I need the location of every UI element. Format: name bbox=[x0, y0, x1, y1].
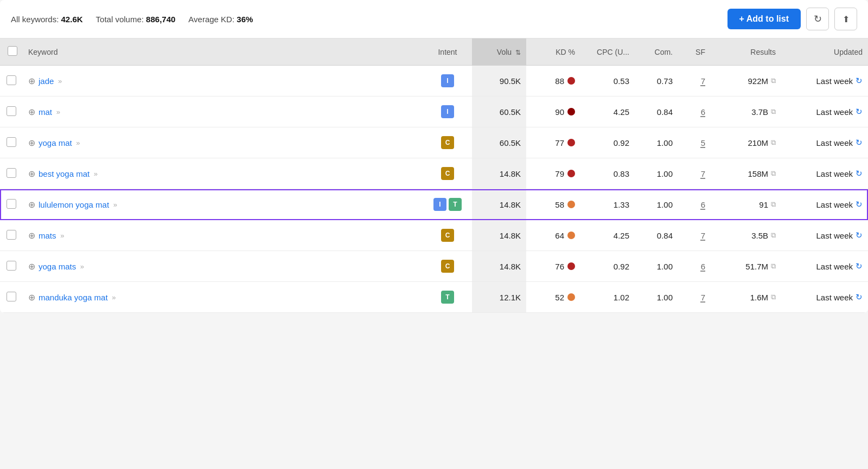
keyword-chevron-icon: » bbox=[74, 139, 80, 147]
row-checkbox[interactable] bbox=[7, 292, 16, 301]
row-refresh-icon[interactable]: ↻ bbox=[856, 292, 863, 302]
results-search-icon[interactable]: ⧉ bbox=[771, 169, 776, 178]
kd-value: 64 bbox=[555, 231, 564, 240]
volume-cell: 14.8K bbox=[472, 189, 526, 220]
sf-value[interactable]: 7 bbox=[701, 169, 705, 178]
results-cell: 3.7B⧉ bbox=[711, 97, 781, 127]
keyword-chevron-icon: » bbox=[110, 293, 116, 301]
row-checkbox-cell bbox=[0, 282, 23, 313]
kd-cell: 52 bbox=[526, 282, 580, 313]
results-search-icon[interactable]: ⧉ bbox=[771, 262, 776, 271]
results-value: 91 bbox=[759, 200, 768, 209]
table-row: ⊕yoga mats »C14.8K760.921.00651.7M⧉Last … bbox=[0, 251, 868, 282]
updated-cell: Last week↻ bbox=[781, 158, 868, 189]
com-cell: 1.00 bbox=[635, 189, 678, 220]
sf-value[interactable]: 5 bbox=[701, 138, 705, 147]
row-checkbox[interactable] bbox=[7, 199, 16, 209]
add-to-list-button[interactable]: + Add to list bbox=[727, 9, 801, 29]
kd-dot-icon bbox=[567, 108, 575, 115]
table-body: ⊕jade »I90.5K880.530.737922M⧉Last week↻⊕… bbox=[0, 66, 868, 313]
keyword-cell: ⊕manduka yoga mat » bbox=[23, 282, 423, 313]
volume-cell: 14.8K bbox=[472, 251, 526, 282]
main-container: All keywords: 42.6K Total volume: 886,74… bbox=[0, 0, 868, 313]
keyword-chevron-icon: » bbox=[59, 232, 65, 240]
keyword-link[interactable]: ⊕yoga mats » bbox=[28, 261, 418, 272]
results-cell: 1.6M⧉ bbox=[711, 282, 781, 313]
add-keyword-icon: ⊕ bbox=[28, 292, 35, 303]
results-search-icon[interactable]: ⧉ bbox=[771, 231, 776, 240]
intent-cell: C bbox=[423, 127, 472, 158]
kd-cell: 90 bbox=[526, 97, 580, 127]
updated-value: Last week bbox=[816, 169, 853, 178]
header-sf: SF bbox=[678, 38, 711, 66]
row-checkbox-cell bbox=[0, 127, 23, 158]
results-cell: 3.5B⧉ bbox=[711, 220, 781, 251]
intent-cell: I bbox=[423, 97, 472, 127]
row-checkbox[interactable] bbox=[7, 230, 16, 240]
results-search-icon[interactable]: ⧉ bbox=[771, 107, 776, 116]
volume-filter-icon[interactable]: ⇅ bbox=[515, 49, 521, 56]
keyword-chevron-icon: » bbox=[92, 170, 98, 178]
header-kd: KD % bbox=[526, 38, 580, 66]
row-refresh-icon[interactable]: ↻ bbox=[856, 76, 863, 86]
row-refresh-icon[interactable]: ↻ bbox=[856, 169, 863, 178]
updated-value: Last week bbox=[816, 293, 853, 302]
export-button[interactable]: ⬆ bbox=[834, 8, 857, 30]
table-row: ⊕mat »I60.5K904.250.8463.7B⧉Last week↻ bbox=[0, 97, 868, 127]
keyword-link[interactable]: ⊕mat » bbox=[28, 107, 418, 117]
kd-dot-icon bbox=[567, 262, 575, 270]
row-refresh-icon[interactable]: ↻ bbox=[856, 107, 863, 117]
header-actions: + Add to list ↻ ⬆ bbox=[727, 8, 857, 30]
total-volume-value: 886,740 bbox=[146, 15, 175, 24]
export-icon: ⬆ bbox=[843, 14, 850, 24]
kd-value: 76 bbox=[555, 262, 564, 271]
row-refresh-icon[interactable]: ↻ bbox=[856, 200, 863, 209]
add-keyword-icon: ⊕ bbox=[28, 261, 35, 272]
results-search-icon[interactable]: ⧉ bbox=[771, 76, 776, 85]
kd-value: 77 bbox=[555, 138, 564, 147]
sf-value[interactable]: 7 bbox=[701, 293, 705, 302]
select-all-checkbox[interactable] bbox=[8, 46, 17, 56]
updated-value: Last week bbox=[816, 138, 853, 147]
row-refresh-icon[interactable]: ↻ bbox=[856, 230, 863, 240]
results-search-icon[interactable]: ⧉ bbox=[771, 200, 776, 209]
row-checkbox[interactable] bbox=[7, 168, 16, 178]
keyword-link[interactable]: ⊕lululemon yoga mat » bbox=[28, 200, 418, 210]
sf-value[interactable]: 6 bbox=[701, 107, 705, 117]
sf-value[interactable]: 7 bbox=[701, 76, 705, 86]
kd-dot-icon bbox=[567, 170, 575, 177]
results-search-icon[interactable]: ⧉ bbox=[771, 138, 776, 147]
keyword-cell: ⊕lululemon yoga mat » bbox=[23, 189, 423, 220]
keyword-link[interactable]: ⊕yoga mat » bbox=[28, 138, 418, 148]
add-keyword-icon: ⊕ bbox=[28, 138, 35, 148]
results-search-icon[interactable]: ⧉ bbox=[771, 293, 776, 301]
cpc-cell: 0.83 bbox=[580, 158, 635, 189]
keyword-link[interactable]: ⊕best yoga mat » bbox=[28, 169, 418, 179]
updated-cell: Last week↻ bbox=[781, 97, 868, 127]
keyword-link[interactable]: ⊕manduka yoga mat » bbox=[28, 292, 418, 303]
updated-value: Last week bbox=[816, 262, 853, 271]
table-row: ⊕mats »C14.8K644.250.8473.5B⧉Last week↻ bbox=[0, 220, 868, 251]
row-checkbox[interactable] bbox=[7, 75, 16, 85]
volume-cell: 60.5K bbox=[472, 97, 526, 127]
refresh-button[interactable]: ↻ bbox=[806, 8, 829, 30]
row-checkbox[interactable] bbox=[7, 106, 16, 116]
row-refresh-icon[interactable]: ↻ bbox=[856, 138, 863, 147]
sf-cell: 6 bbox=[678, 97, 711, 127]
intent-badge-C: C bbox=[441, 260, 454, 273]
sf-cell: 7 bbox=[678, 282, 711, 313]
updated-cell: Last week↻ bbox=[781, 127, 868, 158]
row-refresh-icon[interactable]: ↻ bbox=[856, 261, 863, 271]
sf-value[interactable]: 6 bbox=[701, 200, 705, 209]
sf-value[interactable]: 6 bbox=[701, 262, 705, 271]
sf-value[interactable]: 7 bbox=[701, 231, 705, 240]
updated-cell: Last week↻ bbox=[781, 66, 868, 97]
row-checkbox[interactable] bbox=[7, 137, 16, 147]
row-checkbox[interactable] bbox=[7, 261, 16, 271]
keyword-link[interactable]: ⊕jade » bbox=[28, 76, 418, 86]
kd-value: 58 bbox=[555, 200, 564, 209]
cpc-cell: 4.25 bbox=[580, 220, 635, 251]
kd-dot-icon bbox=[567, 232, 575, 239]
keyword-link[interactable]: ⊕mats » bbox=[28, 230, 418, 241]
keywords-table: Keyword Intent Volu ⇅ KD % CPC (U... Com… bbox=[0, 38, 868, 313]
